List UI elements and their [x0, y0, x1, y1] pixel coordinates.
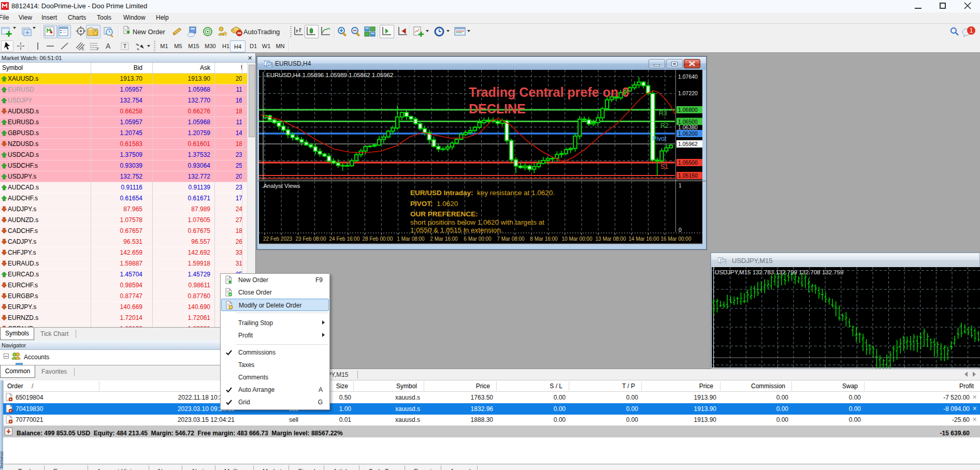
svg-text:USDJPY,M15 132.783 132.799 13: USDJPY,M15 132.783 132.799 132.708 132.7…: [715, 269, 844, 275]
svg-text:Pivot: Pivot: [652, 135, 667, 142]
svg-text:16 Mar 00:00: 16 Mar 00:00: [661, 236, 691, 242]
svg-text:1.07640: 1.07640: [678, 74, 698, 80]
svg-text:10 Mar 00:00: 10 Mar 00:00: [562, 236, 593, 242]
svg-text:F: F: [97, 47, 99, 51]
svg-text:1.06500: 1.06500: [678, 119, 698, 125]
svg-text:2 Mar 16:00: 2 Mar 16:00: [430, 236, 458, 242]
svg-text:1.05500: 1.05500: [678, 159, 698, 166]
svg-text:1.05150: 1.05150: [678, 172, 698, 179]
svg-text:8 Mar 16:00: 8 Mar 16:00: [530, 236, 558, 242]
svg-text:.Analyst Views: .Analyst Views: [262, 183, 300, 189]
svg-text:R3: R3: [659, 110, 667, 117]
svg-text:EURUSD,H4 1.05896 1.05989 1.0: EURUSD,H4 1.05896 1.05989 1.05862 1.0596…: [266, 72, 394, 78]
svg-text:1: 1: [679, 182, 682, 188]
svg-text:short positions below 1.0620 w: short positions below 1.0620 with target…: [410, 218, 544, 226]
svg-text:1.06200: 1.06200: [678, 130, 698, 137]
svg-text:DECLINE: DECLINE: [469, 101, 526, 116]
svg-text:PIVOT: 1.0620: PIVOT: 1.0620: [410, 200, 458, 208]
svg-text:OUR PREFERENCE:: OUR PREFERENCE:: [410, 210, 478, 218]
svg-text:1 Mar 08:00: 1 Mar 08:00: [397, 236, 425, 242]
svg-text:7 Mar 08:00: 7 Mar 08:00: [497, 236, 525, 242]
svg-text:23 Feb 08:00: 23 Feb 08:00: [296, 236, 326, 242]
svg-text:1.06380: 1.06380: [678, 124, 698, 130]
svg-text:EUR/USD Intraday: key resista: EUR/USD Intraday: key resistance at 1.06…: [410, 189, 555, 197]
svg-text:13 Mar 08:00: 13 Mar 08:00: [596, 236, 626, 242]
svg-text:1.0550 & 1.0515 in extension.: 1.0550 & 1.0515 in extension.: [410, 226, 503, 234]
svg-text:S1: S1: [660, 163, 668, 170]
svg-text:R2: R2: [660, 122, 669, 129]
svg-text:E: E: [82, 47, 84, 51]
svg-text:1.06800: 1.06800: [678, 107, 698, 113]
svg-text:6 Mar 00:00: 6 Mar 00:00: [464, 236, 492, 242]
svg-text:0: 0: [679, 227, 682, 233]
svg-text:28 Feb 00:00: 28 Feb 00:00: [363, 236, 393, 242]
svg-text:1: 1: [970, 27, 973, 34]
svg-text:1.07220: 1.07220: [678, 90, 698, 96]
svg-text:1.05962: 1.05962: [678, 141, 698, 147]
svg-text:24 Feb 16:00: 24 Feb 16:00: [329, 236, 360, 242]
svg-text:T: T: [123, 43, 127, 49]
svg-text:Trading Central prefe on 0: Trading Central prefe on 0: [469, 85, 629, 99]
svg-text:14 Mar 16:00: 14 Mar 16:00: [629, 236, 659, 242]
svg-text:22 Feb 2023: 22 Feb 2023: [263, 236, 293, 242]
